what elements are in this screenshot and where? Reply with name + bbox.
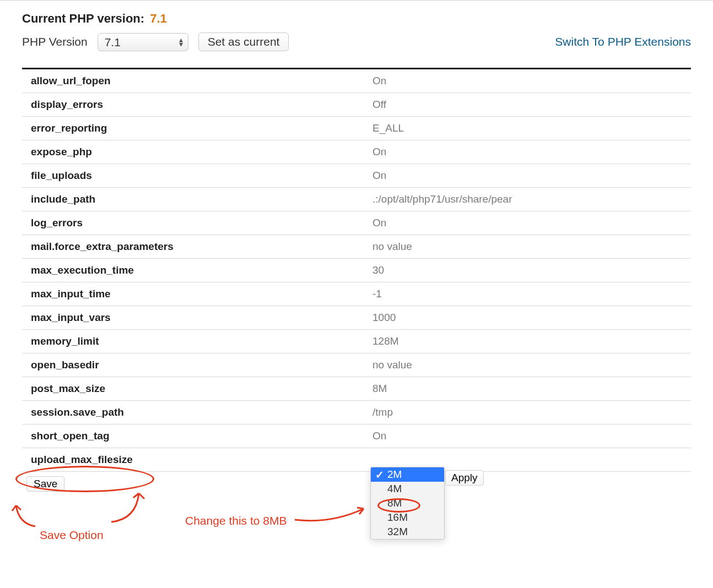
setting-row-max_execution_time: max_execution_time30: [22, 259, 691, 282]
annotation-text-save: Save Option: [40, 529, 104, 542]
setting-value[interactable]: 30: [372, 264, 384, 276]
setting-row-short_open_tag: short_open_tagOn: [22, 424, 691, 448]
setting-value[interactable]: /tmp: [372, 406, 393, 418]
annotation-arrow-upload: [106, 489, 150, 525]
setting-name: open_basedir: [31, 359, 372, 371]
setting-row-upload_max_filesize: upload_max_filesize: [22, 448, 691, 472]
annotation-text-change: Change this to 8MB: [185, 514, 287, 527]
setting-name: allow_url_fopen: [31, 75, 372, 87]
setting-name: mail.force_extra_parameters: [31, 241, 372, 253]
php-settings-table: allow_url_fopenOndisplay_errorsOfferror_…: [22, 68, 691, 472]
setting-value[interactable]: 1000: [372, 312, 396, 324]
setting-row-memory_limit: memory_limit128M: [22, 330, 691, 353]
setting-row-post_max_size: post_max_size8M: [22, 377, 691, 401]
set-as-current-button[interactable]: Set as current: [198, 32, 289, 51]
setting-name: max_input_vars: [31, 312, 372, 324]
setting-row-file_uploads: file_uploadsOn: [22, 164, 691, 188]
setting-value[interactable]: E_ALL: [372, 122, 404, 134]
annotation-arrow-8m: [292, 503, 369, 525]
dropdown-option-16M[interactable]: 16M: [371, 510, 444, 525]
setting-value[interactable]: .:/opt/alt/php71/usr/share/pear: [372, 193, 512, 205]
setting-row-open_basedir: open_basedirno value: [22, 353, 691, 377]
setting-name: display_errors: [31, 99, 372, 111]
apply-button[interactable]: Apply: [445, 470, 484, 486]
setting-name: error_reporting: [31, 122, 372, 134]
setting-row-include_path: include_path.:/opt/alt/php71/usr/share/p…: [22, 188, 691, 211]
setting-value[interactable]: no value: [372, 241, 412, 253]
setting-row-allow_url_fopen: allow_url_fopenOn: [22, 69, 691, 93]
setting-value[interactable]: no value: [372, 359, 412, 371]
setting-name: upload_max_filesize: [31, 454, 372, 466]
setting-name: file_uploads: [31, 170, 372, 182]
dropdown-option-2M[interactable]: 2M: [371, 467, 444, 482]
setting-value[interactable]: On: [372, 217, 386, 229]
setting-name: include_path: [31, 193, 372, 205]
setting-name: log_errors: [31, 217, 372, 229]
save-button[interactable]: Save: [26, 476, 64, 492]
setting-row-max_input_vars: max_input_vars1000: [22, 306, 691, 330]
dropdown-option-8M[interactable]: 8M: [371, 496, 444, 510]
current-version-label: Current PHP version:: [22, 12, 144, 25]
php-version-select[interactable]: 7.1: [98, 33, 188, 51]
setting-row-log_errors: log_errorsOn: [22, 211, 691, 235]
switch-to-extensions-link[interactable]: Switch To PHP Extensions: [555, 35, 691, 48]
setting-name: memory_limit: [31, 335, 372, 347]
setting-name: short_open_tag: [31, 430, 372, 442]
setting-name: max_input_time: [31, 288, 372, 300]
setting-value[interactable]: -1: [372, 288, 382, 300]
setting-row-error_reporting: error_reportingE_ALL: [22, 117, 691, 140]
setting-value[interactable]: On: [372, 75, 386, 87]
setting-value[interactable]: Off: [372, 99, 386, 111]
setting-value[interactable]: On: [372, 146, 386, 158]
setting-value[interactable]: 8M: [372, 383, 387, 395]
dropdown-option-4M[interactable]: 4M: [371, 482, 444, 496]
setting-name: session.save_path: [31, 406, 372, 418]
setting-row-session.save_path: session.save_path/tmp: [22, 401, 691, 424]
setting-value[interactable]: 128M: [372, 335, 399, 347]
upload-max-filesize-dropdown[interactable]: 2M4M8M16M32M: [370, 467, 445, 540]
annotation-arrow-save: [8, 499, 41, 532]
setting-name: max_execution_time: [31, 264, 372, 276]
setting-value[interactable]: On: [372, 170, 386, 182]
php-version-label: PHP Version: [22, 35, 88, 48]
setting-name: post_max_size: [31, 383, 372, 395]
setting-row-mail.force_extra_parameters: mail.force_extra_parametersno value: [22, 235, 691, 259]
setting-value[interactable]: On: [372, 430, 386, 442]
php-version-select-wrap[interactable]: 7.1 ▴▾: [98, 33, 188, 51]
setting-row-display_errors: display_errorsOff: [22, 93, 691, 117]
setting-row-max_input_time: max_input_time-1: [22, 282, 691, 306]
setting-row-expose_php: expose_phpOn: [22, 140, 691, 164]
current-version-value: 7.1: [150, 12, 167, 25]
dropdown-option-32M[interactable]: 32M: [371, 525, 444, 539]
current-php-version: Current PHP version: 7.1: [22, 12, 691, 26]
setting-name: expose_php: [31, 146, 372, 158]
